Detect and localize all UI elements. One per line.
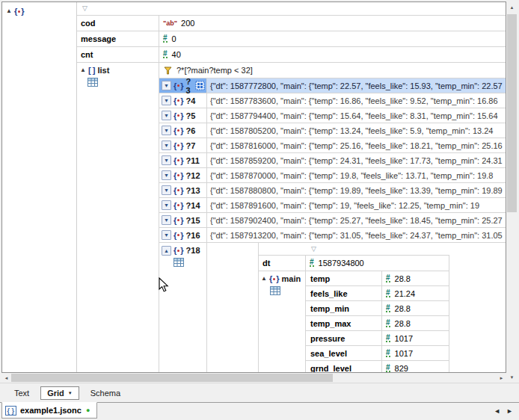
tab-grid-view[interactable]: Grid ▼ [40, 386, 79, 400]
scroll-up-button[interactable]: ▲ [506, 1, 518, 13]
item-name-cell[interactable]: ▼ {} ?15 [159, 213, 207, 227]
expand-button[interactable]: ▼ [162, 126, 171, 135]
expand-button[interactable]: ▼ [162, 155, 171, 165]
scroll-right-button[interactable]: ► [497, 373, 506, 383]
filter-funnel-icon[interactable] [164, 67, 172, 75]
expand-button[interactable]: ▼ [162, 215, 171, 225]
expand-button[interactable]: ▼ [162, 96, 171, 105]
key-cell[interactable]: message [77, 31, 159, 46]
table-view-icon[interactable] [270, 286, 280, 295]
filter-empty-icon[interactable]: ▽ [311, 246, 316, 253]
item-preview-cell[interactable]: {"dt": 1587913200, "main": {"temp": 31.0… [207, 228, 506, 242]
item-name-cell[interactable]: ▼ {} ?11 [159, 153, 207, 167]
filter-empty-icon[interactable]: ▽ [82, 5, 87, 12]
file-tab[interactable]: { } example1.jsonc ● [1, 402, 97, 419]
item-preview-cell[interactable]: {"dt": 1587783600, "main": {"temp": 16.8… [207, 93, 506, 108]
key-cell[interactable]: feels_like [306, 286, 382, 300]
value-cell[interactable]: # 40 [159, 47, 506, 62]
main-object-label-cell[interactable]: ▲ {} main [259, 271, 306, 373]
item-name-cell[interactable]: ▼ {} ?16 [159, 228, 207, 242]
horizontal-scrollbar[interactable]: ◄ ► [1, 373, 506, 383]
object-key: main [281, 274, 301, 283]
item-preview-cell[interactable]: {"dt": 1587891600, "main": {"temp": 19, … [207, 198, 506, 212]
expand-button[interactable]: ▼ [162, 140, 171, 150]
item-preview-cell[interactable]: {"dt": 1587880800, "main": {"temp": 19.8… [207, 183, 506, 197]
vertical-scrollbar[interactable]: ▲ ▼ [506, 1, 518, 383]
table-view-icon[interactable] [173, 258, 184, 267]
list-array-label-cell[interactable]: ▲ [ ] list [77, 63, 159, 372]
expand-button[interactable]: ▼ [162, 81, 171, 90]
key-cell[interactable]: temp [306, 271, 382, 285]
item-preview-cell[interactable]: {"dt": 1587816000, "main": {"temp": 25.1… [207, 138, 506, 152]
key-cell[interactable]: pressure [306, 331, 382, 345]
value-cell[interactable]: #28.8 [382, 301, 449, 315]
scroll-left-button[interactable]: ◄ [1, 373, 11, 383]
number-type-icon: # [386, 305, 390, 312]
collapse-arrow-icon[interactable]: ▲ [261, 276, 267, 282]
item-name: ?4 [186, 96, 196, 105]
item-name-cell[interactable]: ▼ {} ?13 [159, 183, 207, 197]
tab-scroll-left-icon[interactable]: ◄ [494, 407, 500, 415]
root-filter-row[interactable]: ▽ [77, 2, 506, 16]
vertical-scroll-thumb[interactable] [507, 14, 517, 212]
item-filter-row[interactable]: ▽ [259, 243, 449, 256]
item-preview-cell[interactable]: {"dt": 1587870000, "main": {"temp": 19.8… [207, 168, 506, 182]
item-name-cell[interactable]: ▲ {} ?18 [159, 243, 207, 373]
key-cell[interactable]: dt [259, 256, 306, 271]
item-name-cell[interactable]: ▼ {} ?4 [159, 93, 207, 108]
item-preview-cell[interactable]: {"dt": 1587794400, "main": {"temp": 15.6… [207, 108, 506, 123]
value-cell[interactable]: "ab" 200 [159, 16, 506, 31]
list-item-row: ▼ {} ?3 {"dt": 1587772800, "main": {"tem… [159, 78, 506, 93]
item-preview-cell[interactable]: {"dt": 1587859200, "main": {"temp": 24.3… [207, 153, 506, 167]
expand-button[interactable]: ▼ [162, 185, 171, 195]
key-cell[interactable]: temp_min [306, 301, 382, 315]
item-preview-cell[interactable]: {"dt": 1587805200, "main": {"temp": 13.2… [207, 123, 506, 138]
collapse-arrow-icon[interactable]: ▲ [6, 8, 12, 14]
value-cell[interactable]: #829 [382, 361, 449, 373]
item-preview-cell[interactable]: {"dt": 1587772800, "main": {"temp": 22.5… [207, 78, 506, 93]
expand-button[interactable]: ▼ [162, 200, 171, 210]
item-name: ?6 [186, 126, 196, 135]
object-icon: {} [173, 126, 184, 135]
expand-button[interactable]: ▼ [162, 230, 171, 240]
table-row: message # 0 [77, 31, 506, 47]
expand-button[interactable]: ▼ [162, 111, 171, 120]
value-cell[interactable]: #21.24 [382, 286, 449, 300]
value-cell[interactable]: #28.8 [382, 316, 449, 330]
list-item-row: ▼ {} ?13 {"dt": 1587880800, "main": {"te… [159, 183, 506, 198]
root-object-label[interactable]: ▲ {} [6, 5, 76, 17]
table-display-icon[interactable] [195, 81, 205, 90]
tab-scroll-right-icon[interactable]: ► [506, 407, 513, 415]
tab-text-view[interactable]: Text [6, 386, 37, 400]
key-cell[interactable]: sea_level [306, 346, 382, 360]
number-type-icon: # [310, 259, 314, 267]
item-name-cell[interactable]: ▼ {} ?5 [159, 108, 207, 123]
value-cell[interactable]: # 0 [159, 31, 506, 46]
value-cell[interactable]: #1017 [382, 346, 449, 360]
item-name-cell[interactable]: ▼ {} ?3 [159, 78, 207, 93]
value-cell[interactable]: #28.8 [382, 271, 449, 285]
scroll-down-button[interactable]: ▼ [506, 371, 518, 383]
vertical-scroll-track[interactable] [506, 13, 518, 371]
item-name-cell[interactable]: ▼ {} ?7 [159, 138, 207, 152]
collapse-arrow-icon[interactable]: ▲ [80, 67, 86, 73]
file-status-dot: ● [86, 407, 90, 414]
list-filter-row[interactable]: ?*[?main?temp < 32] [159, 63, 506, 78]
value-cell[interactable]: #1017 [382, 331, 449, 345]
item-name-cell[interactable]: ▼ {} ?14 [159, 198, 207, 212]
value-cell[interactable]: # 1587934800 [306, 256, 449, 271]
key-cell[interactable]: cnt [77, 47, 159, 62]
key-cell[interactable]: temp_max [306, 316, 382, 330]
item-name-cell[interactable]: ▼ {} ?12 [159, 168, 207, 182]
key-cell[interactable]: grnd_level [306, 361, 382, 373]
item-name-cell[interactable]: ▼ {} ?6 [159, 123, 207, 138]
filter-expression[interactable]: ?*[?main?temp < 32] [176, 66, 253, 75]
key-cell[interactable]: cod [77, 16, 159, 31]
tab-schema-view[interactable]: Schema [82, 386, 129, 400]
item-preview-cell[interactable]: {"dt": 1587902400, "main": {"temp": 25.2… [207, 213, 506, 227]
table-view-icon[interactable] [87, 78, 98, 87]
horizontal-scroll-thumb[interactable] [11, 374, 333, 382]
object-icon: {} [173, 156, 184, 165]
expand-button[interactable]: ▼ [162, 170, 171, 180]
collapse-button[interactable]: ▲ [162, 246, 171, 256]
